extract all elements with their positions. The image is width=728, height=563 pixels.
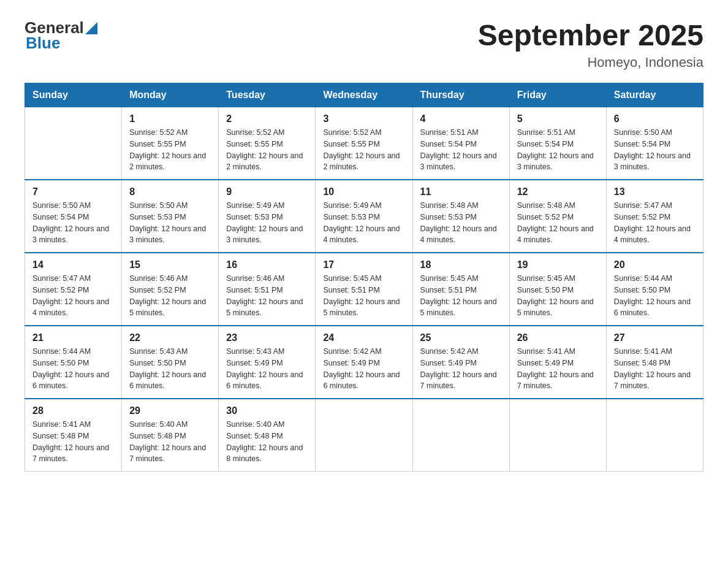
calendar-day-cell: 2Sunrise: 5:52 AMSunset: 5:55 PMDaylight… (219, 107, 316, 180)
day-number: 3 (323, 113, 404, 124)
day-info: Sunrise: 5:43 AMSunset: 5:49 PMDaylight:… (226, 346, 308, 392)
day-number: 24 (323, 332, 404, 343)
calendar-day-cell: 22Sunrise: 5:43 AMSunset: 5:50 PMDayligh… (122, 326, 219, 399)
calendar-day-cell: 16Sunrise: 5:46 AMSunset: 5:51 PMDayligh… (219, 253, 316, 326)
day-info: Sunrise: 5:48 AMSunset: 5:53 PMDaylight:… (420, 200, 502, 246)
calendar-day-cell: 8Sunrise: 5:50 AMSunset: 5:53 PMDaylight… (122, 180, 219, 253)
day-number: 6 (614, 113, 696, 124)
day-info: Sunrise: 5:49 AMSunset: 5:53 PMDaylight:… (226, 200, 308, 246)
calendar-day-cell: 26Sunrise: 5:41 AMSunset: 5:49 PMDayligh… (509, 326, 606, 399)
day-number: 7 (32, 186, 114, 197)
day-info: Sunrise: 5:50 AMSunset: 5:53 PMDaylight:… (129, 200, 211, 246)
logo-triangle-icon (85, 22, 97, 34)
day-info: Sunrise: 5:49 AMSunset: 5:53 PMDaylight:… (323, 200, 404, 246)
day-info: Sunrise: 5:52 AMSunset: 5:55 PMDaylight:… (323, 127, 404, 173)
day-info: Sunrise: 5:42 AMSunset: 5:49 PMDaylight:… (323, 346, 404, 392)
calendar-day-cell (606, 399, 703, 472)
day-number: 13 (614, 186, 696, 197)
calendar-week-row: 1Sunrise: 5:52 AMSunset: 5:55 PMDaylight… (25, 107, 703, 180)
calendar-day-header: Monday (122, 83, 219, 107)
calendar-title: September 2025 (478, 18, 703, 52)
logo-blue-text: Blue (26, 34, 60, 53)
title-section: September 2025 Homeyo, Indonesia (478, 18, 703, 71)
day-number: 2 (226, 113, 308, 124)
logo: General Blue (25, 18, 97, 53)
calendar-day-header: Sunday (25, 83, 122, 107)
day-number: 1 (129, 113, 211, 124)
day-number: 20 (614, 259, 696, 270)
calendar-day-cell: 25Sunrise: 5:42 AMSunset: 5:49 PMDayligh… (412, 326, 509, 399)
day-number: 29 (129, 405, 211, 416)
day-info: Sunrise: 5:46 AMSunset: 5:52 PMDaylight:… (129, 273, 211, 319)
calendar-day-cell: 28Sunrise: 5:41 AMSunset: 5:48 PMDayligh… (25, 399, 122, 472)
calendar-day-cell: 21Sunrise: 5:44 AMSunset: 5:50 PMDayligh… (25, 326, 122, 399)
calendar-day-cell (25, 107, 122, 180)
calendar-week-row: 28Sunrise: 5:41 AMSunset: 5:48 PMDayligh… (25, 399, 703, 472)
day-info: Sunrise: 5:52 AMSunset: 5:55 PMDaylight:… (226, 127, 308, 173)
calendar-day-cell: 14Sunrise: 5:47 AMSunset: 5:52 PMDayligh… (25, 253, 122, 326)
day-number: 22 (129, 332, 211, 343)
day-info: Sunrise: 5:50 AMSunset: 5:54 PMDaylight:… (614, 127, 696, 173)
day-info: Sunrise: 5:44 AMSunset: 5:50 PMDaylight:… (614, 273, 696, 319)
svg-marker-0 (85, 22, 97, 34)
calendar-day-cell: 5Sunrise: 5:51 AMSunset: 5:54 PMDaylight… (509, 107, 606, 180)
calendar-day-cell (509, 399, 606, 472)
calendar-subtitle: Homeyo, Indonesia (478, 55, 703, 71)
calendar-day-header: Saturday (606, 83, 703, 107)
day-info: Sunrise: 5:47 AMSunset: 5:52 PMDaylight:… (32, 273, 114, 319)
day-info: Sunrise: 5:52 AMSunset: 5:55 PMDaylight:… (129, 127, 211, 173)
day-number: 8 (129, 186, 211, 197)
calendar-day-header: Friday (509, 83, 606, 107)
calendar-day-cell: 27Sunrise: 5:41 AMSunset: 5:48 PMDayligh… (606, 326, 703, 399)
day-info: Sunrise: 5:44 AMSunset: 5:50 PMDaylight:… (32, 346, 114, 392)
day-number: 23 (226, 332, 308, 343)
day-number: 11 (420, 186, 502, 197)
calendar-header-row: SundayMondayTuesdayWednesdayThursdayFrid… (25, 83, 703, 107)
day-number: 17 (323, 259, 404, 270)
day-info: Sunrise: 5:46 AMSunset: 5:51 PMDaylight:… (226, 273, 308, 319)
day-info: Sunrise: 5:51 AMSunset: 5:54 PMDaylight:… (420, 127, 502, 173)
day-info: Sunrise: 5:45 AMSunset: 5:51 PMDaylight:… (420, 273, 502, 319)
day-info: Sunrise: 5:40 AMSunset: 5:48 PMDaylight:… (129, 419, 211, 465)
calendar-day-cell: 9Sunrise: 5:49 AMSunset: 5:53 PMDaylight… (219, 180, 316, 253)
day-info: Sunrise: 5:45 AMSunset: 5:50 PMDaylight:… (517, 273, 599, 319)
day-number: 4 (420, 113, 502, 124)
calendar-day-cell: 11Sunrise: 5:48 AMSunset: 5:53 PMDayligh… (412, 180, 509, 253)
day-number: 16 (226, 259, 308, 270)
calendar-day-cell: 30Sunrise: 5:40 AMSunset: 5:48 PMDayligh… (219, 399, 316, 472)
calendar-day-header: Wednesday (316, 83, 412, 107)
calendar-day-cell: 3Sunrise: 5:52 AMSunset: 5:55 PMDaylight… (316, 107, 412, 180)
day-info: Sunrise: 5:43 AMSunset: 5:50 PMDaylight:… (129, 346, 211, 392)
calendar-week-row: 21Sunrise: 5:44 AMSunset: 5:50 PMDayligh… (25, 326, 703, 399)
day-number: 12 (517, 186, 599, 197)
day-number: 26 (517, 332, 599, 343)
calendar-day-cell: 17Sunrise: 5:45 AMSunset: 5:51 PMDayligh… (316, 253, 412, 326)
calendar-week-row: 7Sunrise: 5:50 AMSunset: 5:54 PMDaylight… (25, 180, 703, 253)
day-number: 10 (323, 186, 404, 197)
calendar-day-cell: 1Sunrise: 5:52 AMSunset: 5:55 PMDaylight… (122, 107, 219, 180)
calendar-day-cell: 13Sunrise: 5:47 AMSunset: 5:52 PMDayligh… (606, 180, 703, 253)
calendar-day-cell: 23Sunrise: 5:43 AMSunset: 5:49 PMDayligh… (219, 326, 316, 399)
day-number: 25 (420, 332, 502, 343)
calendar-day-header: Thursday (412, 83, 509, 107)
day-number: 18 (420, 259, 502, 270)
day-number: 15 (129, 259, 211, 270)
calendar-day-cell: 24Sunrise: 5:42 AMSunset: 5:49 PMDayligh… (316, 326, 412, 399)
calendar-day-cell: 7Sunrise: 5:50 AMSunset: 5:54 PMDaylight… (25, 180, 122, 253)
day-number: 5 (517, 113, 599, 124)
day-number: 21 (32, 332, 114, 343)
day-number: 30 (226, 405, 308, 416)
calendar-day-cell (412, 399, 509, 472)
page-header: General Blue September 2025 Homeyo, Indo… (25, 18, 703, 71)
day-info: Sunrise: 5:41 AMSunset: 5:49 PMDaylight:… (517, 346, 599, 392)
calendar-day-cell (316, 399, 412, 472)
calendar-day-cell: 18Sunrise: 5:45 AMSunset: 5:51 PMDayligh… (412, 253, 509, 326)
calendar-day-cell: 12Sunrise: 5:48 AMSunset: 5:52 PMDayligh… (509, 180, 606, 253)
calendar-day-cell: 4Sunrise: 5:51 AMSunset: 5:54 PMDaylight… (412, 107, 509, 180)
day-number: 14 (32, 259, 114, 270)
day-info: Sunrise: 5:41 AMSunset: 5:48 PMDaylight:… (614, 346, 696, 392)
calendar-day-header: Tuesday (219, 83, 316, 107)
day-info: Sunrise: 5:50 AMSunset: 5:54 PMDaylight:… (32, 200, 114, 246)
calendar-day-cell: 15Sunrise: 5:46 AMSunset: 5:52 PMDayligh… (122, 253, 219, 326)
calendar-table: SundayMondayTuesdayWednesdayThursdayFrid… (25, 83, 703, 472)
